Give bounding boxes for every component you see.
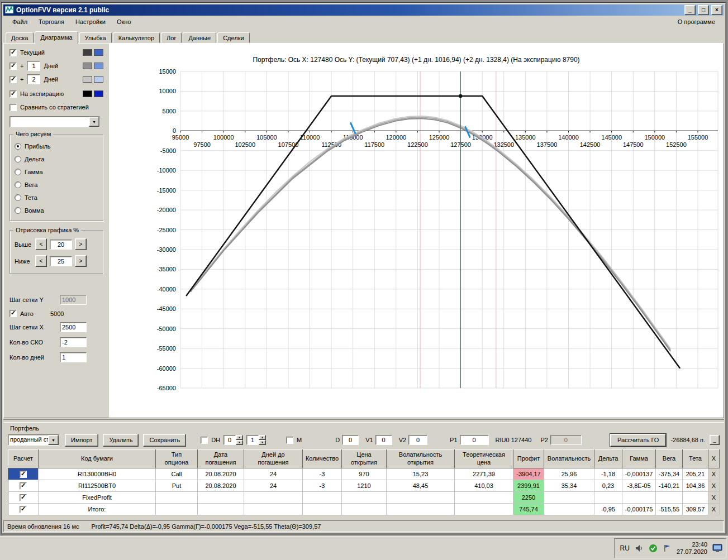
grid-x-input[interactable] (60, 322, 87, 332)
dh-spin1-input[interactable] (223, 435, 236, 445)
row3-calc-cell[interactable]: ✓ (8, 492, 39, 504)
spin-down-icon[interactable]: ▼ (259, 440, 266, 445)
tab-data[interactable]: Данные (183, 32, 216, 43)
radio-row-vega[interactable]: Вега (15, 181, 98, 189)
menu-trading[interactable]: Торговля (33, 17, 70, 27)
close-button[interactable]: × (711, 5, 722, 15)
plus2-checkbox[interactable]: ✓ (9, 76, 17, 83)
radio-vega[interactable] (15, 181, 21, 188)
plus2-color-swatch-1[interactable] (83, 76, 92, 83)
col-theta[interactable]: Тета (683, 450, 708, 468)
plus1-color-swatch-2[interactable] (94, 63, 103, 69)
dh-spinner-2[interactable]: ▲ ▼ (246, 435, 266, 445)
row-delete-button[interactable]: X (708, 480, 720, 492)
row-delete-button[interactable]: X (708, 468, 720, 480)
row-delete-button[interactable]: X (708, 504, 720, 515)
row1-calc-cell[interactable]: ✓ (8, 468, 39, 480)
chevron-down-icon[interactable]: ▼ (48, 435, 59, 445)
above-decrease-button[interactable]: < (35, 238, 47, 250)
plus1-days-input[interactable] (27, 61, 40, 71)
radio-row-delta[interactable]: Дельта (15, 155, 98, 163)
plus2-color-swatch-2[interactable] (94, 76, 103, 83)
dh-checkbox[interactable] (201, 437, 208, 444)
sko-count-input[interactable] (60, 337, 87, 347)
monitor-icon[interactable] (712, 543, 722, 553)
col-gamma[interactable]: Гамма (622, 450, 656, 468)
tab-smile[interactable]: Улыбка (79, 32, 112, 43)
menu-about[interactable]: О программе (672, 17, 721, 27)
compare-strategy-checkbox[interactable] (9, 104, 17, 111)
taskbar[interactable]: RU 23:40 27.07.2020 (0, 536, 728, 560)
v1-input[interactable] (375, 435, 392, 445)
chevron-down-icon[interactable]: ▼ (89, 117, 99, 127)
col-x[interactable]: X (708, 450, 720, 468)
minimize-button[interactable]: _ (684, 5, 696, 15)
v2-input[interactable] (408, 435, 427, 445)
dh-spinner-1[interactable]: ▲ ▼ (223, 435, 243, 445)
row4-calc-cell[interactable]: ✓ (8, 504, 39, 515)
radio-vomma[interactable] (15, 207, 21, 214)
auto-checkbox[interactable]: ✓ (9, 310, 17, 317)
col-code[interactable]: Код бумаги (39, 450, 156, 468)
row4-code[interactable]: Итого: (39, 504, 156, 515)
spin-down-icon[interactable]: ▼ (236, 440, 243, 445)
radio-row-theta[interactable]: Тета (15, 194, 98, 202)
radio-delta[interactable] (15, 156, 21, 162)
above-increase-button[interactable]: > (75, 238, 87, 250)
save-button[interactable]: Сохранить (143, 434, 186, 447)
status-ok-icon[interactable] (649, 544, 658, 553)
tab-deals[interactable]: Сделки (217, 32, 250, 43)
row3-code[interactable]: FixedProfit (39, 492, 156, 504)
current-color-swatch-1[interactable] (83, 49, 92, 56)
row2-code[interactable]: RI112500BT0 (39, 480, 156, 492)
menu-file[interactable]: Файл (7, 17, 33, 27)
radio-row-profit[interactable]: Прибыль (15, 142, 98, 150)
col-vega[interactable]: Вега (656, 450, 683, 468)
col-vol[interactable]: Волатильность (544, 450, 594, 468)
row-delete-button[interactable]: X (708, 492, 720, 504)
p1-input[interactable] (460, 435, 489, 445)
col-qty[interactable]: Количество (303, 450, 342, 468)
dh-spin2-input[interactable] (246, 435, 259, 445)
payoff-chart[interactable]: 150001000050000-5000-10000-15000-20000-2… (109, 65, 724, 400)
tab-diagram[interactable]: Диаграмма (35, 31, 78, 44)
preset-combobox[interactable]: проданный ст ▼ (8, 434, 59, 446)
days-count-input[interactable] (60, 352, 87, 362)
plus2-days-input[interactable] (27, 74, 40, 84)
radio-gamma[interactable] (15, 169, 21, 175)
tab-log[interactable]: Лог (161, 32, 182, 43)
col-type[interactable]: Тип опциона (156, 450, 198, 468)
radio-theta[interactable] (15, 194, 21, 201)
flag-icon[interactable] (663, 544, 672, 553)
menu-window[interactable]: Окно (111, 17, 137, 27)
col-open-price[interactable]: Цена открытия (342, 450, 387, 468)
calc-margin-button[interactable]: Рассчитать ГО (610, 434, 666, 447)
col-days[interactable]: Дней до погашения (244, 450, 303, 468)
m-checkbox[interactable] (286, 437, 293, 444)
above-percent-input[interactable] (50, 240, 72, 250)
expiration-checkbox[interactable]: ✓ (9, 90, 17, 98)
spin-up-icon[interactable]: ▲ (236, 435, 243, 440)
plus1-checkbox[interactable]: ✓ (9, 63, 17, 70)
col-calc[interactable]: Расчет (8, 450, 39, 468)
current-checkbox[interactable]: ✓ (9, 49, 17, 56)
d-input[interactable] (342, 435, 359, 445)
volume-icon[interactable] (635, 544, 644, 553)
tab-calculator[interactable]: Калькулятор (113, 32, 160, 43)
plus1-color-swatch-1[interactable] (83, 63, 92, 69)
expiration-color-swatch-2[interactable] (94, 90, 103, 97)
row2-calc-cell[interactable]: ✓ (8, 480, 39, 492)
expiration-color-swatch-1[interactable] (83, 90, 92, 97)
below-decrease-button[interactable]: < (35, 255, 47, 267)
current-color-swatch-2[interactable] (94, 49, 103, 56)
maximize-button[interactable]: □ (698, 5, 709, 15)
collapse-button[interactable]: _ (710, 435, 720, 445)
tab-board[interactable]: Доска (6, 32, 34, 43)
radio-profit[interactable] (15, 143, 21, 150)
title-bar[interactable]: OptionFVV версия 2.1 public _ □ × (3, 4, 724, 16)
row1-code[interactable]: RI130000BH0 (39, 468, 156, 480)
strategy-combobox[interactable]: ▼ (9, 116, 100, 127)
col-open-vol[interactable]: Волатильность открытия (387, 450, 455, 468)
import-button[interactable]: Импорт (65, 434, 98, 447)
below-increase-button[interactable]: > (75, 255, 87, 267)
